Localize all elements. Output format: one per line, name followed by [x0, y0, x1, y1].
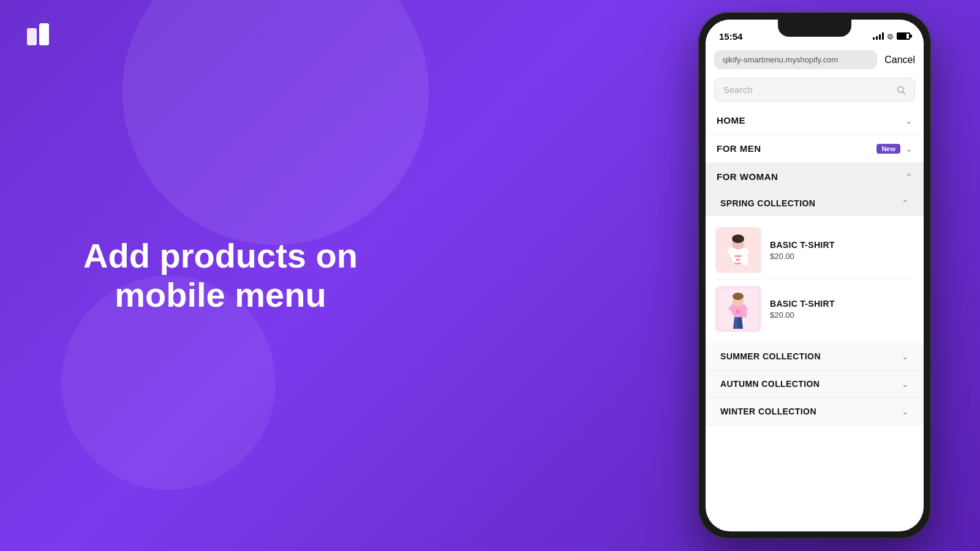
cancel-button[interactable]: Cancel [884, 54, 915, 66]
svg-text:lune.: lune. [734, 261, 742, 265]
background-blob-1 [123, 0, 429, 245]
phone-screen: 15:54 ⊜ qikify-smartmenu.myshopify.com C… [706, 20, 924, 531]
status-time: 15:54 [719, 31, 742, 42]
nav-right-for-woman: ⌃ [905, 172, 913, 182]
status-icons: ⊜ [873, 32, 910, 41]
search-icon [896, 85, 906, 95]
summer-collection-item[interactable]: SUMMER COLLECTION ⌄ [706, 343, 924, 370]
nav-label-home: HOME [717, 115, 745, 126]
phone-mockup: 15:54 ⊜ qikify-smartmenu.myshopify.com C… [698, 12, 931, 539]
search-bar[interactable]: Search [714, 78, 915, 102]
chevron-down-icon-winter: ⌄ [902, 407, 909, 416]
spring-collection-section: SPRING COLLECTION ⌃ [706, 191, 924, 425]
product-name-1: BASIC T-SHIRT [770, 240, 835, 250]
nav-item-for-men[interactable]: FOR MEN New ⌄ [706, 135, 924, 163]
summer-collection-label: SUMMER COLLECTION [720, 351, 821, 361]
wifi-icon: ⊜ [887, 32, 894, 41]
product-image-2 [715, 286, 761, 332]
nav-right-home: ⌄ [905, 116, 913, 126]
winter-collection-item[interactable]: WINTER COLLECTION ⌄ [706, 398, 924, 425]
product-image-1: Clair dé lune. [715, 227, 761, 273]
product-list: Clair dé lune. BASIC T-SHIRT $20.00 [706, 216, 924, 343]
product-price-1: $20.00 [770, 252, 835, 261]
nav-item-for-woman[interactable]: FOR WOMAN ⌃ [706, 163, 924, 191]
svg-point-6 [732, 234, 744, 243]
battery-icon [897, 32, 910, 40]
product-card-2[interactable]: BASIC T-SHIRT $20.00 [715, 280, 914, 338]
nav-label-for-woman: FOR WOMAN [717, 171, 778, 182]
chevron-down-icon-men: ⌄ [905, 144, 913, 154]
chevron-up-icon-spring: ⌃ [902, 198, 909, 208]
chevron-down-icon-summer: ⌄ [902, 351, 909, 361]
svg-line-3 [903, 92, 905, 94]
svg-point-12 [733, 293, 744, 300]
product-info-2: BASIC T-SHIRT $20.00 [770, 299, 835, 320]
headline-line2: mobile menu [115, 276, 326, 314]
url-input[interactable]: qikify-smartmenu.myshopify.com [714, 50, 877, 69]
phone-frame: 15:54 ⊜ qikify-smartmenu.myshopify.com C… [698, 12, 931, 539]
autumn-collection-item[interactable]: AUTUMN COLLECTION ⌄ [706, 370, 924, 398]
spring-collection-item[interactable]: SPRING COLLECTION ⌃ [706, 191, 924, 216]
nav-right-for-men: New ⌄ [876, 144, 913, 154]
product-card-1[interactable]: Clair dé lune. BASIC T-SHIRT $20.00 [715, 221, 914, 280]
winter-collection-label: WINTER COLLECTION [720, 407, 816, 416]
product-name-2: BASIC T-SHIRT [770, 299, 835, 309]
nav-item-home[interactable]: HOME ⌄ [706, 107, 924, 135]
chevron-up-icon-woman: ⌃ [905, 172, 913, 182]
chevron-down-icon-autumn: ⌄ [902, 379, 909, 389]
product-info-1: BASIC T-SHIRT $20.00 [770, 240, 835, 261]
logo [24, 20, 56, 54]
spring-collection-label: SPRING COLLECTION [720, 198, 815, 208]
search-input[interactable]: Search [723, 84, 891, 95]
scroll-content[interactable]: Search HOME ⌄ FOR MEN New [706, 73, 924, 531]
url-bar[interactable]: qikify-smartmenu.myshopify.com Cancel [706, 47, 924, 73]
headline-line1: Add products on [83, 236, 358, 275]
svg-rect-1 [39, 23, 49, 45]
autumn-collection-label: AUTUMN COLLECTION [720, 379, 820, 389]
svg-point-13 [736, 309, 741, 314]
svg-rect-0 [27, 28, 37, 45]
new-badge: New [876, 144, 900, 154]
hero-text: Add products on mobile menu [74, 236, 368, 315]
chevron-down-icon: ⌄ [905, 116, 913, 126]
nav-label-for-men: FOR MEN [717, 143, 761, 154]
phone-notch [778, 20, 851, 37]
signal-icon [873, 32, 884, 40]
product-price-2: $20.00 [770, 310, 835, 320]
